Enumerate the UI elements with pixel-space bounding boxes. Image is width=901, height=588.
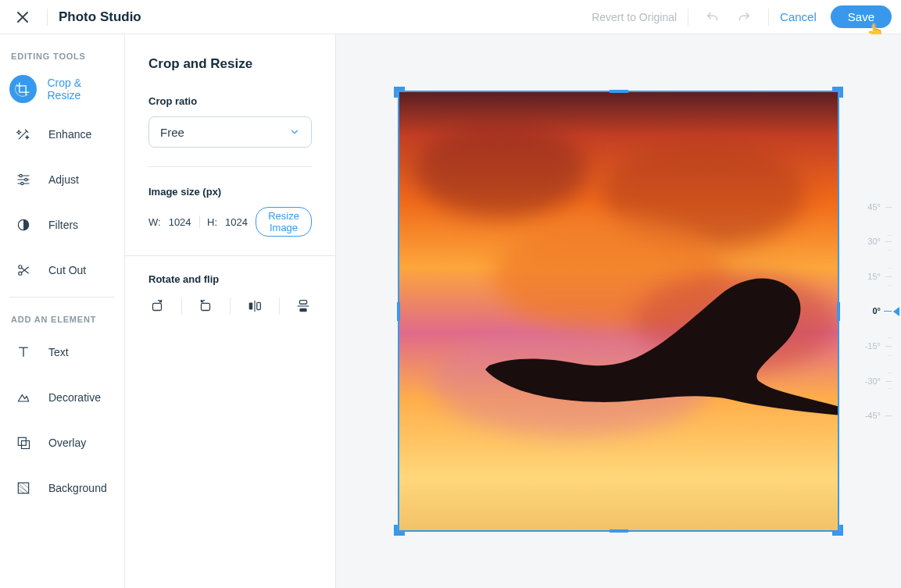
sidebar-item-label: Filters xyxy=(48,219,78,231)
sidebar-item-crop-resize[interactable]: Crop & Resize xyxy=(0,70,124,108)
sidebar-item-overlay[interactable]: Overlay xyxy=(0,424,124,461)
sidebar-group-title-editing: EDITING TOOLS xyxy=(0,45,124,70)
sidebar-item-label: Enhance xyxy=(48,128,91,141)
sidebar-item-adjust[interactable]: Adjust xyxy=(0,161,124,198)
svg-point-5 xyxy=(19,272,22,275)
rotation-ruler[interactable]: 45° 30° 15° 0° -15° -30° -45° xyxy=(857,202,901,421)
crop-ratio-label: Crop ratio xyxy=(148,95,312,107)
resize-image-button[interactable]: Resize Image xyxy=(256,207,312,237)
ruler-tick[interactable]: -45° xyxy=(865,411,892,420)
sidebar-item-label: Background xyxy=(48,482,107,494)
text-icon xyxy=(9,338,38,366)
svg-rect-13 xyxy=(299,308,306,312)
ruler-tick[interactable]: 30° xyxy=(867,237,892,246)
flip-horizontal-button[interactable] xyxy=(246,294,263,318)
panel-title: Crop and Resize xyxy=(148,56,312,72)
sidebar-item-label: Decorative xyxy=(48,391,101,404)
sidebar-divider xyxy=(9,297,115,298)
image-size-row: W: 1024 H: 1024 Resize Image xyxy=(148,207,312,237)
svg-rect-6 xyxy=(18,437,26,445)
settings-panel: Crop and Resize Crop ratio Free Image si… xyxy=(125,34,336,588)
edited-image[interactable] xyxy=(399,92,838,530)
scissors-icon xyxy=(9,256,38,284)
shape-icon xyxy=(9,383,38,412)
ruler-tick-active[interactable]: 0° xyxy=(872,306,892,315)
sliders-icon xyxy=(9,166,38,194)
ruler-tick[interactable]: 15° xyxy=(867,272,892,281)
background-icon xyxy=(9,474,38,502)
rotate-label: Rotate and flip xyxy=(148,273,312,285)
sidebar: EDITING TOOLS Crop & Resize Enhance Adju… xyxy=(0,34,125,588)
rotate-flip-row xyxy=(148,294,312,318)
svg-point-1 xyxy=(25,178,27,180)
header-divider xyxy=(688,9,688,26)
crop-frame[interactable] xyxy=(398,91,839,532)
header-divider xyxy=(47,9,48,26)
cancel-button[interactable]: Cancel xyxy=(780,10,817,23)
width-value: 1024 xyxy=(169,216,191,228)
redo-button[interactable] xyxy=(735,9,753,26)
redo-icon xyxy=(735,9,753,26)
ruler-tick[interactable]: -30° xyxy=(865,376,892,386)
panel-divider xyxy=(125,255,335,256)
height-label: H: xyxy=(207,216,217,228)
close-button[interactable] xyxy=(9,4,36,30)
overlay-icon xyxy=(9,429,38,457)
save-button[interactable]: Save 👆 xyxy=(831,5,892,28)
undo-icon xyxy=(704,9,721,26)
svg-point-0 xyxy=(20,174,22,176)
svg-rect-7 xyxy=(22,441,30,449)
svg-rect-11 xyxy=(248,302,252,309)
crop-handle-left[interactable] xyxy=(397,302,400,321)
sidebar-item-label: Crop & Resize xyxy=(48,77,116,102)
flip-vertical-icon xyxy=(295,298,312,315)
header-bar: Photo Studio Revert to Original Cancel S… xyxy=(0,0,901,34)
crop-handle-right[interactable] xyxy=(837,302,840,321)
sidebar-item-enhance[interactable]: Enhance xyxy=(0,116,124,153)
sidebar-item-label: Text xyxy=(48,346,69,358)
sidebar-item-cutout[interactable]: Cut Out xyxy=(0,251,124,289)
revert-to-original[interactable]: Revert to Original xyxy=(592,11,677,23)
svg-rect-10 xyxy=(202,303,210,310)
rotate-ccw-icon xyxy=(197,298,214,315)
undo-button[interactable] xyxy=(704,9,721,26)
filter-icon xyxy=(9,211,38,239)
crop-ratio-select[interactable]: Free xyxy=(148,116,312,148)
rotate-cw-button[interactable] xyxy=(148,294,166,318)
panel-divider xyxy=(148,166,312,167)
ruler-tick[interactable]: -15° xyxy=(865,341,892,351)
sidebar-item-filters[interactable]: Filters xyxy=(0,206,124,244)
sidebar-group-title-add: ADD AN ELEMENT xyxy=(0,308,124,333)
svg-point-4 xyxy=(19,265,22,269)
crop-handle-bottom[interactable] xyxy=(610,529,628,533)
chevron-down-icon xyxy=(289,127,300,137)
sidebar-item-background[interactable]: Background xyxy=(0,469,124,507)
flip-horizontal-icon xyxy=(246,298,263,315)
flip-vertical-button[interactable] xyxy=(295,294,312,318)
sidebar-item-text[interactable]: Text xyxy=(0,333,124,371)
svg-rect-12 xyxy=(256,302,260,309)
rotate-cw-icon xyxy=(148,298,166,315)
image-size-label: Image size (px) xyxy=(148,186,312,198)
crop-ratio-value: Free xyxy=(160,126,184,139)
save-label: Save xyxy=(848,10,874,23)
crop-icon xyxy=(9,75,37,103)
rotate-ccw-button[interactable] xyxy=(197,294,214,318)
wand-icon xyxy=(9,120,38,148)
canvas-area: 45° 30° 15° 0° -15° -30° -45° xyxy=(336,34,901,588)
svg-rect-14 xyxy=(299,301,306,305)
crop-handle-top[interactable] xyxy=(610,90,628,93)
height-value: 1024 xyxy=(225,216,248,228)
header-divider xyxy=(768,9,769,26)
svg-point-2 xyxy=(21,182,23,184)
svg-rect-9 xyxy=(153,303,162,310)
ruler-tick[interactable]: 45° xyxy=(867,202,892,212)
sidebar-item-decorative[interactable]: Decorative xyxy=(0,379,124,416)
bird-silhouette xyxy=(477,272,838,444)
sidebar-item-label: Cut Out xyxy=(48,264,86,276)
close-icon xyxy=(16,10,30,24)
sidebar-item-label: Overlay xyxy=(48,437,86,449)
ruler-marker-icon xyxy=(893,307,899,316)
size-separator xyxy=(199,216,200,228)
undo-redo-group xyxy=(704,9,753,26)
